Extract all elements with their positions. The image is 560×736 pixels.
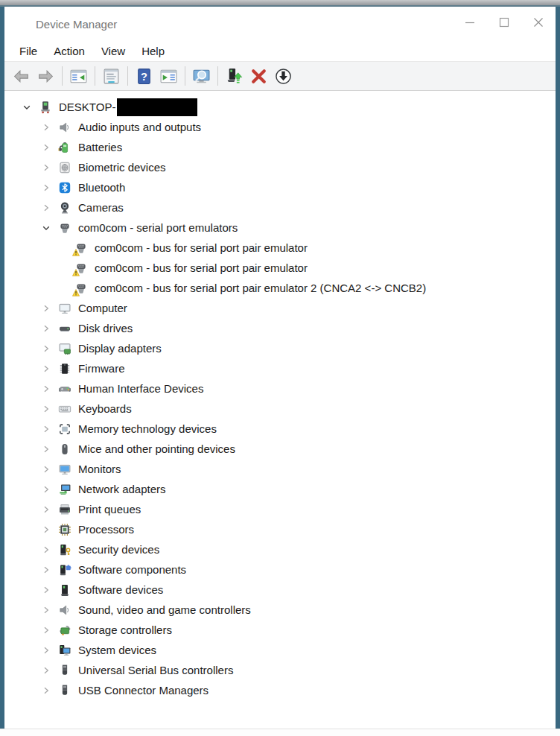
chevron-right-icon[interactable] bbox=[40, 182, 52, 194]
chevron-right-icon[interactable] bbox=[40, 504, 52, 515]
chevron-right-icon[interactable] bbox=[40, 564, 52, 576]
chevron-right-icon[interactable] bbox=[40, 202, 52, 214]
toolbar-separator bbox=[127, 66, 128, 86]
close-button[interactable] bbox=[521, 7, 556, 41]
properties-button[interactable] bbox=[99, 65, 124, 87]
menu-file[interactable]: File bbox=[11, 42, 45, 60]
tree-item[interactable]: Batteries bbox=[4, 137, 556, 157]
tree-item-label: Mice and other pointing devices bbox=[78, 442, 235, 455]
show-action-pane-button[interactable] bbox=[156, 65, 181, 87]
tree-item[interactable]: Keyboards bbox=[4, 399, 556, 419]
minimize-button[interactable] bbox=[453, 7, 487, 41]
chevron-right-icon[interactable] bbox=[40, 685, 52, 697]
chevron-right-icon[interactable] bbox=[40, 142, 52, 153]
tree-item[interactable]: USB Connector Managers bbox=[4, 680, 556, 700]
device-tree[interactable]: DESKTOP-Audio inputs and outputsBatterie… bbox=[4, 91, 556, 729]
minimize-icon bbox=[462, 14, 478, 34]
tree-item[interactable]: Monitors bbox=[4, 459, 556, 479]
tree-item[interactable]: Mice and other pointing devices bbox=[4, 439, 556, 459]
tree-item[interactable]: com0com - bus for serial port pair emula… bbox=[4, 258, 556, 278]
update-driver-icon bbox=[225, 67, 244, 86]
tree-item[interactable]: Computer bbox=[4, 298, 556, 318]
menu-action[interactable]: Action bbox=[45, 42, 93, 60]
tree-item[interactable]: Audio inputs and outputs bbox=[4, 117, 556, 137]
usb-icon bbox=[58, 664, 71, 677]
show-console-tree-button[interactable] bbox=[66, 65, 91, 87]
forward-icon bbox=[36, 67, 55, 86]
console-tree-icon bbox=[69, 67, 88, 86]
fingerprint-icon bbox=[58, 161, 71, 174]
menu-help[interactable]: Help bbox=[133, 42, 173, 60]
chevron-right-icon[interactable] bbox=[40, 584, 52, 596]
chevron-right-icon[interactable] bbox=[40, 524, 52, 536]
tree-item[interactable]: DESKTOP- bbox=[4, 97, 556, 117]
chevron-right-icon[interactable] bbox=[40, 644, 52, 656]
chevron-right-icon[interactable] bbox=[40, 483, 52, 495]
chevron-down-icon[interactable] bbox=[40, 222, 52, 234]
window-border-right[interactable] bbox=[556, 7, 560, 729]
tree-item[interactable]: Firmware bbox=[4, 358, 556, 378]
chevron-right-icon[interactable] bbox=[40, 343, 52, 355]
speaker-icon bbox=[58, 121, 71, 134]
window-border-bottom[interactable] bbox=[0, 729, 560, 736]
network-adapter-icon bbox=[58, 483, 71, 496]
chevron-right-icon[interactable] bbox=[40, 383, 52, 395]
tree-item[interactable]: com0com - serial port emulators bbox=[4, 218, 556, 238]
chevron-right-icon[interactable] bbox=[40, 443, 52, 455]
chevron-right-icon[interactable] bbox=[40, 604, 52, 616]
menu-view[interactable]: View bbox=[93, 42, 133, 60]
scan-for-hardware-changes-button[interactable] bbox=[189, 65, 214, 87]
tree-item-label: Biometric devices bbox=[78, 161, 166, 174]
tree-item[interactable]: Human Interface Devices bbox=[4, 378, 556, 399]
tree-item[interactable]: com0com - bus for serial port pair emula… bbox=[4, 238, 556, 258]
toolbar-separator bbox=[185, 66, 185, 86]
tree-item[interactable]: System devices bbox=[4, 640, 556, 660]
window-frame: Device Manager FileActionViewHelp ? DESK… bbox=[0, 0, 560, 736]
warning-icon bbox=[72, 269, 80, 276]
chevron-right-icon[interactable] bbox=[40, 624, 52, 636]
tree-item[interactable]: Disk drives bbox=[4, 318, 556, 338]
chevron-right-icon[interactable] bbox=[40, 363, 52, 375]
chevron-right-icon[interactable] bbox=[40, 323, 52, 334]
toolbar-separator bbox=[95, 66, 95, 86]
chevron-right-icon[interactable] bbox=[40, 544, 52, 556]
tree-item[interactable]: com0com - bus for serial port pair emula… bbox=[4, 278, 556, 298]
chevron-right-icon[interactable] bbox=[40, 664, 52, 676]
disable-device-button[interactable] bbox=[271, 65, 296, 87]
chevron-right-icon[interactable] bbox=[40, 463, 52, 475]
tree-item-label: com0com - bus for serial port pair emula… bbox=[95, 241, 308, 254]
chevron-right-icon[interactable] bbox=[40, 302, 52, 314]
chevron-right-icon[interactable] bbox=[40, 403, 52, 415]
tree-item[interactable]: Cameras bbox=[4, 197, 556, 218]
forward-button[interactable] bbox=[34, 65, 58, 87]
tree-item[interactable]: Memory technology devices bbox=[4, 419, 556, 439]
serial-port-icon bbox=[74, 282, 88, 295]
tree-item[interactable]: Network adapters bbox=[4, 479, 556, 499]
chevron-right-icon[interactable] bbox=[40, 423, 52, 435]
tree-item[interactable]: Software components bbox=[4, 559, 556, 580]
tree-item[interactable]: Universal Serial Bus controllers bbox=[4, 660, 556, 680]
tree-item[interactable]: Security devices bbox=[4, 539, 556, 559]
tree-item[interactable]: Software devices bbox=[4, 580, 556, 600]
tree-item[interactable]: Sound, video and game controllers bbox=[4, 600, 556, 620]
maximize-button[interactable] bbox=[487, 7, 521, 41]
tree-item[interactable]: Storage controllers bbox=[4, 620, 556, 640]
chevron-right-icon[interactable] bbox=[40, 121, 52, 133]
tree-item-label: com0com - bus for serial port pair emula… bbox=[95, 282, 426, 294]
title-bar[interactable]: Device Manager bbox=[4, 7, 556, 41]
chevron-right-icon[interactable] bbox=[40, 162, 52, 174]
back-button[interactable] bbox=[9, 65, 34, 87]
uninstall-device-button[interactable] bbox=[246, 65, 271, 87]
help-button[interactable]: ? bbox=[132, 65, 156, 87]
tree-item[interactable]: Print queues bbox=[4, 499, 556, 519]
tree-item-label: Memory technology devices bbox=[78, 422, 217, 435]
chevron-down-icon[interactable] bbox=[21, 101, 33, 113]
tree-item[interactable]: Display adapters bbox=[4, 338, 556, 358]
update-driver-button[interactable] bbox=[222, 65, 246, 87]
tree-item[interactable]: Biometric devices bbox=[4, 157, 556, 177]
storage-controller-icon bbox=[58, 624, 71, 637]
tree-item[interactable]: Processors bbox=[4, 519, 556, 539]
disk-drive-icon bbox=[58, 322, 71, 335]
tree-item-label: Monitors bbox=[78, 463, 121, 475]
tree-item[interactable]: Bluetooth bbox=[4, 177, 556, 197]
